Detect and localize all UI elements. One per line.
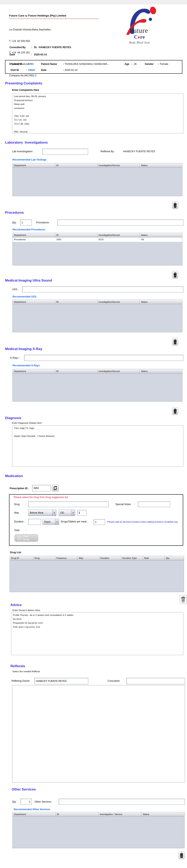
procedures-qty-input[interactable]: [20, 219, 32, 225]
complaints-label: Enter Complaints Here: [12, 89, 39, 91]
heart-icon: ♥: [138, 35, 140, 39]
frequency-dropdown[interactable]: OD ▼: [59, 509, 75, 516]
other-services-label: Other Services :: [35, 800, 53, 803]
referrals-label: Select the needed Refferal: [12, 670, 40, 673]
column-header: Drug: [33, 556, 55, 560]
consulted-by-value: Dr. HANECKY FUENTE REYES: [34, 46, 71, 49]
advice-textarea[interactable]: Profile Thyroid - do in 2 weeks next con…: [11, 612, 183, 655]
duration-input[interactable]: [28, 519, 41, 525]
visit-id-colon: :: [26, 69, 27, 71]
procedures-table-header: Department ID Investigation/Service Stat…: [13, 233, 182, 238]
column-header: Note: [143, 556, 165, 560]
advice-label: Enter Doctor's Advice Here: [12, 609, 40, 612]
uss-input[interactable]: [22, 286, 183, 292]
recommended-other-services-link[interactable]: Recommended Other Services: [14, 808, 50, 811]
duration-type-value: Day/s: [43, 520, 55, 523]
delete-advice-button[interactable]: [180, 595, 187, 604]
logo-care-post: re: [140, 34, 145, 40]
section-title-diagnosis: Diagnosis: [5, 416, 21, 420]
meal-timing-dropdown[interactable]: Before Meal ▼: [28, 509, 56, 516]
visit-date-colon: :: [63, 69, 64, 71]
delete-uss-button[interactable]: [172, 338, 178, 346]
section-title-advice: Advice: [10, 603, 22, 607]
column-header: Status: [140, 233, 182, 237]
xray-table: Department ID Investigation/Service Stat…: [12, 369, 182, 402]
consulted-by-colon: :: [31, 46, 32, 49]
lab-table-header: Department ID Investigation/Service Stat…: [13, 163, 182, 168]
age-value: 26: [134, 63, 137, 65]
column-header: Department: [13, 300, 55, 304]
recommended-xray-link[interactable]: Recommended X-Rays: [12, 364, 40, 367]
other-qty-input[interactable]: [21, 799, 32, 805]
per-meal-input[interactable]: [94, 519, 105, 525]
letterhead: Future Care by Future Holdings (Pty) Lim…: [0, 4, 187, 45]
special-notes-input[interactable]: [138, 501, 170, 507]
gender-colon: :: [158, 63, 159, 65]
prescription-id-input[interactable]: [32, 485, 51, 491]
recommended-lab-testings-link[interactable]: Recommended Lab Testings: [12, 158, 46, 161]
diagnosis-textarea[interactable]: TSH- High,T3- High Hyper/ Hypo thyroids …: [12, 425, 183, 467]
delete-lab-button[interactable]: [172, 202, 178, 209]
consultation-page: Future Care by Future Holdings (Pty) Lim…: [0, 0, 187, 868]
patient-id-colon: :: [26, 63, 27, 65]
recommended-uss-link[interactable]: Recommended USS: [12, 295, 36, 298]
lab-referred-by-value: HANECKY FUENTE REYES: [123, 150, 155, 153]
column-header: Duration: [99, 556, 121, 560]
column-header: Department: [13, 163, 55, 167]
column-header: Investigation/Service: [98, 300, 140, 304]
trash-icon: [180, 853, 184, 858]
company-name: Future Care by Future Holdings (Pty) Lim…: [9, 14, 66, 17]
procedures-table: Department ID Investigation/Service Stat…: [12, 233, 182, 266]
drug-warning-text: Please select the Drug from Drug suggess…: [14, 496, 68, 499]
recommended-procedures-link[interactable]: Recommended Procedures: [12, 228, 45, 231]
column-header: Status: [142, 812, 185, 816]
consultant-input[interactable]: [126, 678, 185, 684]
patient-info-box: Patient ID : 9493 Patient Name : THANUJI…: [5, 60, 182, 74]
total-colon: :: [26, 529, 26, 532]
trash-icon: [173, 408, 177, 414]
xray-label: X-Rays :: [10, 356, 20, 359]
procedures-input[interactable]: [57, 219, 183, 225]
chevron-down-icon: ▼: [71, 510, 75, 516]
prescription-id-label: Prescription ID :: [10, 487, 29, 490]
way-colon: :: [26, 512, 26, 514]
lab-investigation-input[interactable]: [42, 149, 88, 155]
referrals-listbox[interactable]: [12, 685, 185, 782]
table-row[interactable]: Procedures 1041 ECG Ok: [13, 238, 182, 242]
other-services-input[interactable]: [59, 799, 185, 805]
section-title-procedures: Procedures: [5, 211, 24, 215]
xray-input[interactable]: [24, 355, 183, 361]
visit-id-label: Visit ID: [10, 69, 19, 71]
referring-doctor-input[interactable]: [34, 678, 88, 684]
consult-date-value: 2025-02-14: [34, 53, 47, 56]
column-header: Fequency: [55, 556, 78, 560]
company-phone-1: T: +24 82 593 593: [9, 39, 51, 43]
complaints-textarea[interactable]: Last period day- 08-09- january Ocasiona…: [12, 93, 183, 133]
section-title-presenting-complaints: Presenting Complaints: [5, 81, 42, 85]
delete-procedures-button[interactable]: [172, 271, 178, 279]
way-qty-input[interactable]: [77, 510, 86, 516]
visit-date-label: Date: [41, 69, 46, 71]
window-top-strip: [0, 0, 187, 4]
total-label: Total: [14, 529, 19, 532]
trash-icon: [173, 203, 177, 208]
drug-input[interactable]: [28, 501, 109, 507]
add-drug-label: Add Drug: [23, 535, 35, 541]
patient-name-value: THANUJIKA SANDAMALI NANDUWA...: [65, 63, 109, 65]
company-registration: Company No.8417652-2: [9, 74, 51, 78]
add-drug-button[interactable]: + Add Drug: [14, 534, 38, 542]
duration-type-dropdown[interactable]: Day/s ▼: [43, 519, 59, 525]
per-meal-label: Drugs/Tablets per meal :: [61, 520, 88, 523]
column-header: Department: [13, 233, 55, 237]
delete-other-services-button[interactable]: [179, 851, 185, 859]
company-name-by: by: [25, 15, 28, 17]
logo-word-care: C♥re: [134, 34, 145, 40]
refresh-prescription-button[interactable]: [52, 485, 59, 491]
column-header: ID: [55, 163, 98, 167]
column-header: ID: [56, 812, 99, 816]
uss-table: Department ID Investigation/Service Stat…: [12, 300, 182, 332]
column-header: Investigation / Service: [99, 812, 142, 816]
age-label: Age: [124, 63, 129, 65]
section-title-other-services: Other Services: [12, 787, 36, 792]
delete-xray-button[interactable]: [172, 407, 178, 415]
